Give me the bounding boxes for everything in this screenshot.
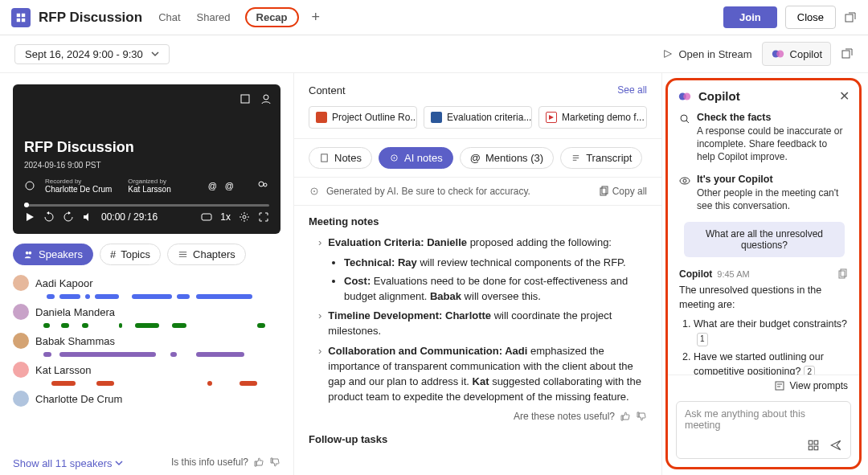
svg-point-11 — [259, 182, 264, 186]
player-speed[interactable]: 1x — [220, 211, 231, 223]
copy-all-button[interactable]: Copy all — [598, 186, 647, 197]
svg-rect-2 — [17, 18, 20, 21]
copilot-resp-name: Copilot — [679, 268, 712, 280]
grid-icon[interactable] — [807, 439, 820, 452]
close-button[interactable]: Close — [785, 6, 836, 29]
copilot-input[interactable]: Ask me anything about this meeting — [676, 401, 851, 459]
speaker-row[interactable]: Daniela Mandera — [13, 304, 280, 328]
notes-icon — [319, 153, 330, 163]
topics-filter[interactable]: # Topics — [100, 244, 161, 265]
skip-back-icon[interactable] — [43, 211, 55, 223]
svg-rect-22 — [600, 188, 606, 195]
speaker-row[interactable]: Babak Shammas — [13, 333, 280, 357]
player-progress[interactable] — [24, 204, 269, 207]
at-icon: @ — [470, 152, 481, 164]
content-doc[interactable]: Project Outline Ro... — [309, 106, 417, 129]
svg-rect-7 — [842, 51, 850, 58]
avatar — [13, 275, 29, 291]
date-selector[interactable]: Sept 16, 2024 9:00 - 9:30 — [14, 44, 170, 64]
organized-by: Kat Larsson — [128, 185, 170, 194]
copilot-label: Copilot — [790, 48, 822, 60]
speaker-timeline[interactable] — [35, 381, 280, 386]
chapters-filter[interactable]: Chapters — [167, 244, 246, 265]
doc-label: Evaluation criteria... — [447, 112, 531, 123]
reference-badge[interactable]: 1 — [697, 333, 708, 346]
svg-rect-34 — [809, 446, 813, 450]
tab-shared[interactable]: Shared — [195, 10, 232, 25]
fullscreen-icon[interactable] — [258, 211, 269, 223]
view-prompts-button[interactable]: View prompts — [668, 375, 859, 396]
player-popout-icon[interactable] — [239, 92, 252, 105]
add-tab-button[interactable]: + — [312, 9, 321, 26]
thumbs-down-icon[interactable] — [636, 411, 647, 422]
player-title: RFP Discussion — [24, 139, 269, 156]
speaker-row[interactable]: Charlotte De Crum — [13, 391, 280, 415]
date-text: Sept 16, 2024 9:00 - 9:30 — [25, 48, 143, 60]
play-icon[interactable] — [24, 211, 35, 223]
copilot-toggle[interactable]: Copilot — [762, 42, 831, 66]
chevron-down-icon — [115, 459, 123, 467]
speaker-timeline[interactable] — [35, 410, 280, 415]
svg-rect-23 — [602, 186, 608, 194]
svg-rect-8 — [241, 95, 249, 103]
open-in-stream[interactable]: Open in Stream — [662, 48, 751, 60]
popout-icon[interactable] — [844, 11, 857, 24]
page-title: RFP Discussion — [39, 10, 142, 26]
cc-icon[interactable] — [201, 211, 212, 223]
yours-text: Other people in the meeting can't see th… — [697, 186, 848, 212]
svg-point-15 — [26, 252, 29, 255]
svg-rect-30 — [841, 269, 846, 276]
tab-chat[interactable]: Chat — [157, 10, 182, 25]
note-sub-item: Technical: Ray will review technical com… — [344, 256, 647, 271]
note-item: › Collaboration and Communication: Aadi … — [318, 344, 647, 404]
speaker-name: Charlotte De Crum — [35, 393, 122, 405]
thumbs-up-icon[interactable] — [253, 457, 264, 468]
transcript-tab[interactable]: Transcript — [560, 147, 642, 169]
ai-notes-tab[interactable]: AI notes — [379, 147, 453, 169]
show-all-speakers[interactable]: Show all 11 speakers — [13, 454, 123, 469]
player-people-icon[interactable] — [260, 92, 272, 105]
copy-icon[interactable] — [837, 268, 848, 280]
note-sub-item: Cost: Evaluations need to be done for co… — [344, 274, 647, 305]
rec-icon — [24, 180, 35, 191]
svg-rect-1 — [22, 13, 25, 16]
copilot-resp-intro: The unresolved questions in the meeting … — [679, 283, 848, 312]
copilot-title: Copilot — [698, 89, 740, 103]
speaker-timeline[interactable] — [35, 323, 280, 328]
svg-rect-3 — [22, 18, 25, 21]
show-all-label: Show all 11 speakers — [13, 457, 113, 469]
speaker-row[interactable]: Kat Larsson — [13, 362, 280, 386]
video-player[interactable]: RFP Discussion 2024-09-16 9:00 PST Recor… — [13, 84, 280, 234]
at-icon: @ — [225, 181, 234, 190]
avatar — [13, 362, 29, 378]
see-all-link[interactable]: See all — [617, 84, 647, 96]
mentions-label: Mentions (3) — [485, 152, 543, 164]
mentions-tab[interactable]: @ Mentions (3) — [460, 147, 554, 169]
speaker-timeline[interactable] — [35, 352, 280, 357]
notes-tab[interactable]: Notes — [309, 147, 372, 169]
copilot-close-icon[interactable]: ✕ — [839, 88, 850, 104]
speakers-filter[interactable]: Speakers — [13, 244, 93, 265]
content-doc[interactable]: Evaluation criteria... — [424, 106, 532, 129]
join-button[interactable]: Join — [723, 6, 777, 28]
tab-recap[interactable]: Recap — [245, 7, 299, 27]
thumbs-down-icon[interactable] — [269, 457, 280, 468]
popout-copilot-icon[interactable] — [841, 47, 854, 60]
speaker-row[interactable]: Aadi Kapoor — [13, 275, 280, 299]
volume-icon[interactable] — [82, 211, 93, 223]
settings-icon[interactable] — [239, 211, 250, 223]
player-datetime: 2024-09-16 9:00 PST — [24, 161, 269, 170]
copilot-icon — [678, 89, 692, 104]
thumbs-up-icon[interactable] — [620, 411, 631, 422]
content-doc[interactable]: Marketing demo f... — [538, 106, 647, 129]
useful-label: Is this info useful? — [171, 457, 248, 468]
yours-title: It's your Copilot — [697, 174, 848, 185]
reference-badge[interactable]: 2 — [804, 366, 815, 375]
doc-label: Project Outline Ro... — [332, 112, 417, 123]
skip-fwd-icon[interactable] — [63, 211, 74, 223]
chapters-label: Chapters — [193, 248, 235, 260]
avatar — [13, 304, 29, 320]
send-icon[interactable] — [829, 439, 842, 452]
list-icon — [178, 249, 188, 260]
speaker-timeline[interactable] — [35, 294, 280, 299]
